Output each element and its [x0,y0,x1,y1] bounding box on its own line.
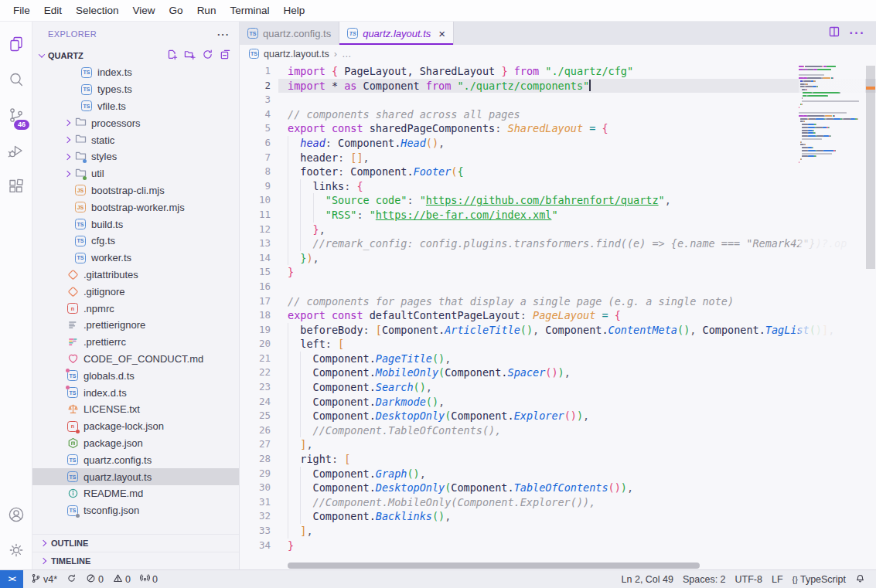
menu-view[interactable]: View [126,0,162,21]
breadcrumb[interactable]: TS quartz.layout.ts › … [240,45,876,63]
code-line-2[interactable]: 2import * as Component from "./quartz/co… [240,79,876,93]
code-line-22[interactable]: 22 Component.MobileOnly(Component.Spacer… [240,365,876,380]
code-line-34[interactable]: 34} [240,539,876,553]
status-errors[interactable]: 0 [81,573,108,586]
file-bootstrap-cli.mjs[interactable]: JSbootstrap-cli.mjs [32,182,239,199]
activity-extensions[interactable] [1,170,32,206]
breadcrumb-symbol[interactable]: … [342,49,352,59]
editor-more-actions-icon[interactable]: ··· [850,26,865,40]
file-globals.d.ts[interactable]: TSglobals.d.ts [32,367,239,384]
close-icon[interactable]: × [438,28,445,39]
code-line-23[interactable]: 23 Component.Search(), [240,380,876,395]
file-quartz.layout.ts[interactable]: TSquartz.layout.ts [32,468,239,485]
file-worker.ts[interactable]: TSworker.ts [32,250,239,267]
file-types.ts[interactable]: TStypes.ts [32,81,239,98]
status-git-branch[interactable]: v4* [26,573,62,586]
code-line-21[interactable]: 21 Component.PageTitle(), [240,352,876,366]
tab-quartz.layout.ts[interactable]: TSquartz.layout.ts× [339,22,454,45]
file-.npmrc[interactable]: n.npmrc [32,300,239,317]
file-vfile.ts[interactable]: TSvfile.ts [32,98,239,115]
file-util[interactable]: util [32,165,239,182]
code-line-30[interactable]: 30 Component.DesktopOnly(Component.Table… [240,481,876,495]
file-tsconfig.json[interactable]: TStsconfig.json [32,502,239,519]
file-static[interactable]: static [32,131,239,148]
code-line-1[interactable]: 1import { PageLayout, SharedLayout } fro… [240,64,876,79]
code-line-16[interactable]: 16 [240,280,876,294]
status-cursor-position[interactable]: Ln 2, Col 49 [617,574,678,585]
code-line-19[interactable]: 19 beforeBody: [Component.ArticleTitle()… [240,323,876,338]
activity-settings[interactable] [1,534,32,569]
remote-indicator-button[interactable]: >< [0,570,23,588]
file-processors[interactable]: processors [32,114,239,131]
file-quartz.config.ts[interactable]: TSquartz.config.ts [32,451,239,468]
file-readme.md[interactable]: README.md [32,485,239,502]
code-line-8[interactable]: 8 footer: Component.Footer({ [240,165,876,179]
file-package-lock.json[interactable]: npackage-lock.json [32,418,239,435]
new-folder-icon[interactable] [184,49,196,63]
activity-source-control[interactable]: 46 [1,99,32,134]
file-.prettierignore[interactable]: .prettierignore [32,317,239,334]
code-line-11[interactable]: 11 "RSS": "https://be-far.com/index.xml" [240,208,876,223]
file-code-of-conduct.md[interactable]: CODE_OF_CONDUCT.md [32,351,239,368]
code-line-10[interactable]: 10 "Source code": "https://github.com/bf… [240,193,876,208]
sidebar-more-actions-button[interactable]: ··· [217,29,230,40]
code-line-5[interactable]: 5export const sharedPageComponents: Shar… [240,121,876,136]
menu-terminal[interactable]: Terminal [223,0,276,21]
activity-explorer[interactable] [1,28,32,63]
code-editor[interactable]: 1import { PageLayout, SharedLayout } fro… [240,63,876,569]
split-editor-icon[interactable] [828,25,840,41]
code-line-18[interactable]: 18export const defaultContentPageLayout:… [240,308,876,323]
menu-selection[interactable]: Selection [69,0,126,21]
chevron-down-icon[interactable] [36,49,48,62]
status-ports[interactable]: 0 [135,573,162,586]
outline-panel-header[interactable]: OUTLINE [32,534,239,552]
status-encoding[interactable]: UTF-8 [731,574,767,585]
file-bootstrap-worker.mjs[interactable]: JSbootstrap-worker.mjs [32,199,239,216]
code-line-24[interactable]: 24 Component.Darkmode(), [240,395,876,410]
breadcrumb-file[interactable]: quartz.layout.ts [264,49,329,59]
file-.gitattributes[interactable]: .gitattributes [32,267,239,284]
code-line-25[interactable]: 25 Component.DesktopOnly(Component.Explo… [240,409,876,423]
code-line-3[interactable]: 3 [240,93,876,107]
code-line-26[interactable]: 26 //Component.TableOfContents(), [240,423,876,438]
refresh-icon[interactable] [202,49,213,63]
activity-accounts[interactable] [1,498,32,534]
vertical-scrollbar[interactable] [866,66,875,269]
activity-run-debug[interactable] [1,134,32,170]
code-line-15[interactable]: 15} [240,265,876,280]
file-index.ts[interactable]: TSindex.ts [32,64,239,81]
code-line-14[interactable]: 14 }), [240,251,876,266]
file-styles[interactable]: styles [32,148,239,165]
code-line-27[interactable]: 27 ], [240,437,876,452]
file-build.ts[interactable]: TSbuild.ts [32,216,239,233]
timeline-panel-header[interactable]: TIMELINE [32,552,239,569]
menu-help[interactable]: Help [276,0,312,21]
code-line-7[interactable]: 7 header: [], [240,151,876,165]
code-line-17[interactable]: 17// components for pages that display a… [240,294,876,309]
horizontal-scrollbar[interactable] [288,563,700,569]
file-license.txt[interactable]: LICENSE.txt [32,401,239,418]
tab-quartz.config.ts[interactable]: TSquartz.config.ts [240,22,339,45]
file-.gitignore[interactable]: .gitignore [32,283,239,300]
status-eol[interactable]: LF [767,574,788,585]
menu-edit[interactable]: Edit [37,0,69,21]
code-line-9[interactable]: 9 links: { [240,179,876,194]
status-language-mode[interactable]: {}TypeScript [788,574,850,585]
code-line-29[interactable]: 29 Component.Graph(), [240,467,876,481]
code-line-33[interactable]: 33 ], [240,524,876,539]
collapse-all-icon[interactable] [220,49,231,63]
status-notifications[interactable] [850,573,870,586]
status-sync[interactable] [62,573,81,586]
activity-search[interactable] [1,63,32,99]
code-line-20[interactable]: 20 left: [ [240,337,876,352]
code-line-32[interactable]: 32 Component.Backlinks(), [240,509,876,524]
file-index.d.ts[interactable]: TSindex.d.ts [32,384,239,401]
code-line-13[interactable]: 13 //remark_config: config.plugins.trans… [240,236,876,251]
minimap[interactable] [799,63,865,569]
code-line-31[interactable]: 31 //Component.MobileOnly(Component.Expl… [240,495,876,510]
code-line-4[interactable]: 4// components shared across all pages [240,107,876,122]
menu-run[interactable]: Run [190,0,223,21]
new-file-icon[interactable] [166,49,178,63]
file-cfg.ts[interactable]: TScfg.ts [32,233,239,250]
status-indentation[interactable]: Spaces: 2 [678,574,731,585]
